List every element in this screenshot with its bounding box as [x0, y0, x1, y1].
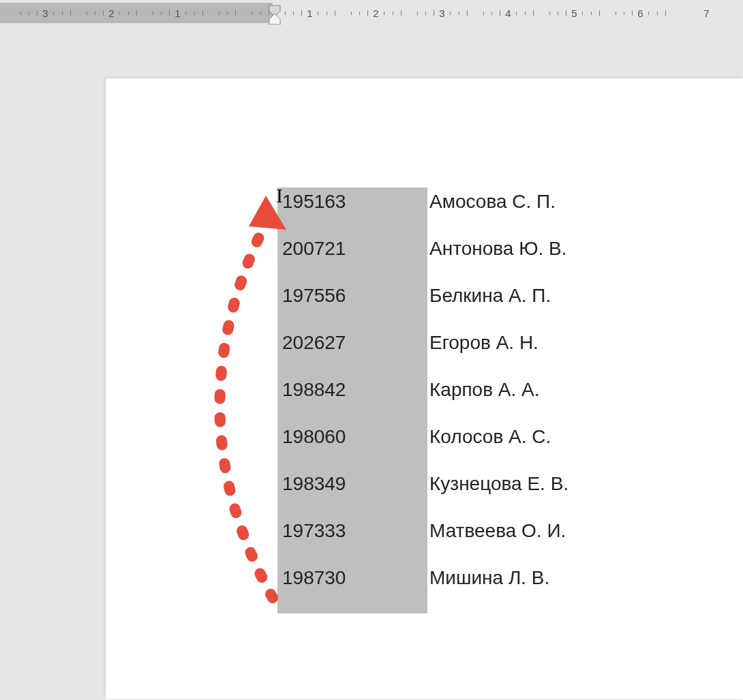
- list-row[interactable]: 197333 Матвеева О. И.: [279, 520, 743, 567]
- annotation-arrow-icon: [150, 196, 286, 621]
- name-cell: Матвеева О. И.: [429, 520, 566, 542]
- ruler-label: 4: [505, 7, 511, 19]
- list-row[interactable]: 198060 Колосов А. С.: [279, 426, 743, 473]
- list-row[interactable]: 198730 Мишина Л. В.: [279, 567, 743, 614]
- list-row[interactable]: 202627 Егоров А. Н.: [279, 332, 743, 379]
- left-gutter: [0, 89, 106, 700]
- id-cell: 202627: [279, 332, 429, 354]
- name-cell: Белкина А. П.: [429, 285, 551, 307]
- data-list: 195163 Амосова С. П. 200721 Антонова Ю. …: [279, 191, 743, 614]
- svg-marker-1: [269, 14, 280, 25]
- id-cell: 195163: [279, 191, 429, 213]
- name-cell: Антонова Ю. В.: [429, 238, 566, 260]
- ruler-label: 2: [108, 7, 114, 19]
- list-row[interactable]: 198842 Карпов А. А.: [279, 379, 743, 426]
- list-row[interactable]: 195163 Амосова С. П.: [279, 191, 743, 238]
- name-cell: Егоров А. Н.: [429, 332, 539, 354]
- id-cell: 200721: [279, 238, 429, 260]
- ruler-label: 1: [175, 7, 180, 19]
- name-cell: Кузнецова Е. В.: [429, 473, 568, 495]
- id-cell: 198730: [279, 567, 429, 589]
- list-row[interactable]: 200721 Антонова Ю. В.: [279, 238, 743, 285]
- id-cell: 197556: [279, 285, 429, 307]
- ruler-label: 5: [571, 7, 577, 19]
- ruler-label: 6: [637, 7, 643, 19]
- ruler-label: 3: [439, 7, 444, 19]
- indent-marker-icon[interactable]: [268, 4, 282, 25]
- name-cell: Мишина Л. В.: [429, 567, 549, 589]
- name-cell: Карпов А. А.: [429, 379, 540, 401]
- id-cell: 197333: [279, 520, 429, 542]
- id-cell: 198060: [279, 426, 429, 448]
- ruler-label: 7: [703, 7, 709, 19]
- list-row[interactable]: 198349 Кузнецова Е. В.: [279, 473, 743, 520]
- id-cell: 198349: [279, 473, 429, 495]
- text-cursor-icon: I: [276, 184, 283, 207]
- ruler-label: 1: [307, 7, 312, 19]
- horizontal-ruler[interactable]: 3 2 1 1 2 3: [0, 3, 743, 23]
- ruler-label: 2: [373, 7, 378, 19]
- name-cell: Амосова С. П.: [429, 191, 556, 213]
- document-page[interactable]: I 195163 Амосова С. П. 200721 Антонова Ю…: [106, 78, 743, 699]
- ruler-area: 3 2 1 1 2 3: [0, 0, 743, 89]
- list-row[interactable]: 197556 Белкина А. П.: [279, 285, 743, 332]
- id-cell: 198842: [279, 379, 429, 401]
- name-cell: Колосов А. С.: [429, 426, 551, 448]
- ruler-label: 3: [42, 7, 48, 19]
